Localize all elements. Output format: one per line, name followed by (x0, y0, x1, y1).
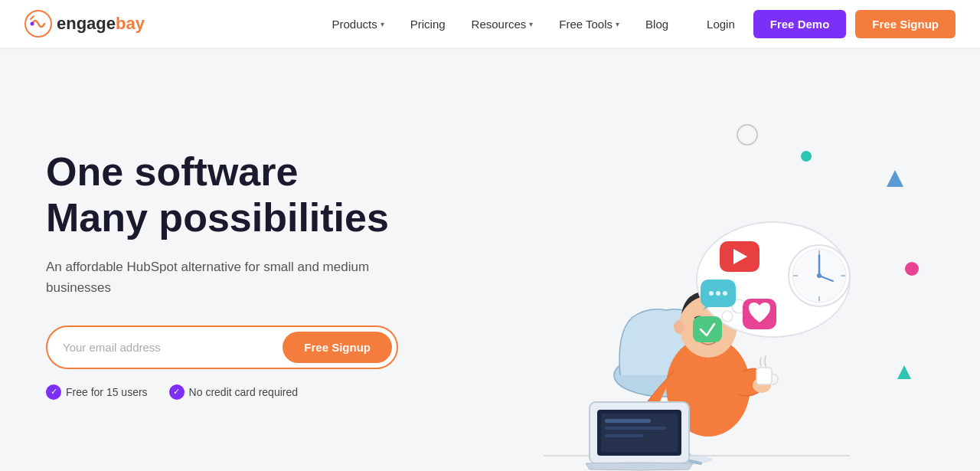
svg-rect-27 (605, 427, 666, 430)
main-illustration (498, 149, 896, 471)
navbar: engagebay Products ▾ Pricing Resources ▾… (0, 0, 980, 47)
login-button[interactable]: Login (697, 11, 744, 37)
badge-no-credit-card: ✓ No credit card required (169, 384, 298, 400)
svg-rect-28 (605, 434, 643, 437)
nav-products[interactable]: Products ▾ (322, 11, 395, 37)
deco-pink-dot (905, 262, 919, 276)
nav-buttons: Login Free Demo Free Signup (697, 10, 956, 38)
svg-rect-26 (605, 419, 651, 423)
svg-point-45 (709, 291, 714, 296)
logo-engage: engage (57, 14, 116, 33)
svg-point-46 (716, 291, 720, 296)
nav-resources[interactable]: Resources ▾ (461, 11, 544, 37)
nav-free-tools[interactable]: Free Tools ▾ (548, 11, 630, 37)
trust-badges: ✓ Free for 15 users ✓ No credit card req… (46, 384, 459, 400)
hero-section: One software Many possibilities An affor… (0, 47, 980, 471)
hero-title: One software Many possibilities (46, 149, 459, 241)
nav-pricing[interactable]: Pricing (400, 11, 456, 37)
form-signup-button[interactable]: Free Signup (283, 332, 392, 363)
svg-point-31 (722, 311, 733, 322)
nav-links: Products ▾ Pricing Resources ▾ Free Tool… (322, 11, 680, 37)
hero-subtitle: An affordable HubSpot alternative for sm… (46, 257, 413, 298)
check-icon-2: ✓ (169, 384, 185, 400)
email-signup-form: Free Signup (46, 325, 398, 369)
logo[interactable]: engagebay (24, 10, 145, 38)
badge-free-users: ✓ Free for 15 users (46, 384, 148, 400)
svg-point-47 (723, 291, 727, 296)
svg-point-15 (674, 320, 684, 334)
svg-point-1 (31, 22, 34, 26)
nav-blog[interactable]: Blog (635, 11, 679, 37)
free-demo-button[interactable]: Free Demo (753, 10, 847, 38)
svg-rect-49 (693, 316, 722, 342)
hero-illustration (459, 78, 934, 471)
chevron-down-icon: ▾ (381, 20, 384, 28)
chevron-down-icon: ▾ (529, 20, 533, 28)
chevron-down-icon: ▾ (616, 20, 619, 28)
logo-bay: bay (116, 14, 145, 33)
deco-triangle-teal (897, 365, 911, 379)
hero-content: One software Many possibilities An affor… (46, 149, 459, 400)
deco-circle (737, 124, 758, 146)
svg-marker-3 (897, 365, 911, 379)
svg-rect-21 (756, 368, 772, 384)
check-icon-1: ✓ (46, 384, 61, 400)
email-input[interactable] (63, 341, 283, 354)
free-signup-nav-button[interactable]: Free Signup (855, 10, 956, 38)
